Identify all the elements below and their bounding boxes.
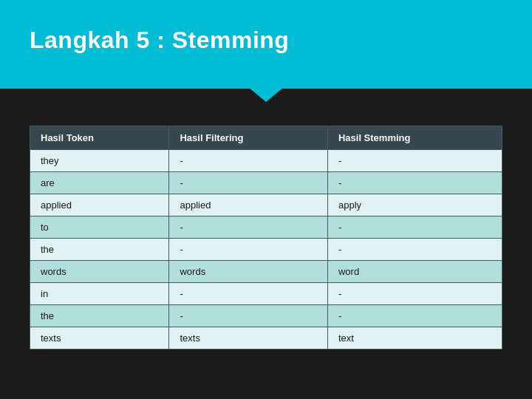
cell-stemming: -: [327, 216, 502, 239]
cell-token: the: [30, 305, 169, 327]
cell-filtering: texts: [169, 327, 327, 349]
table-row: to--: [30, 216, 502, 239]
cell-stemming: -: [327, 172, 502, 194]
cell-filtering: applied: [169, 194, 327, 216]
cell-stemming: text: [327, 327, 502, 349]
cell-stemming: word: [327, 261, 502, 283]
cell-filtering: -: [169, 216, 327, 239]
page-container: Langkah 5 : Stemming Hasil Token Hasil F…: [0, 0, 532, 399]
table-row: wordswordsword: [30, 261, 502, 283]
cell-stemming: -: [327, 150, 502, 172]
cell-filtering: words: [169, 261, 327, 283]
content-area: Hasil Token Hasil Filtering Hasil Stemmi…: [0, 89, 532, 399]
table-row: the--: [30, 239, 502, 261]
col-header-filtering: Hasil Filtering: [169, 126, 327, 150]
cell-token: the: [30, 239, 169, 261]
cell-filtering: -: [169, 283, 327, 305]
page-title: Langkah 5 : Stemming: [30, 27, 289, 54]
cell-token: to: [30, 216, 169, 239]
cell-filtering: -: [169, 150, 327, 172]
table-wrapper: Hasil Token Hasil Filtering Hasil Stemmi…: [30, 126, 502, 349]
cell-filtering: -: [169, 239, 327, 261]
col-header-token: Hasil Token: [30, 126, 169, 150]
table-row: the--: [30, 305, 502, 327]
cell-token: applied: [30, 194, 169, 216]
cell-stemming: -: [327, 283, 502, 305]
cell-token: in: [30, 283, 169, 305]
col-header-stemming: Hasil Stemming: [327, 126, 502, 150]
table-row: are--: [30, 172, 502, 194]
cell-stemming: -: [327, 305, 502, 327]
table-row: textstextstext: [30, 327, 502, 349]
cell-token: they: [30, 150, 169, 172]
cell-filtering: -: [169, 305, 327, 327]
header-section: Langkah 5 : Stemming: [0, 0, 532, 89]
cell-filtering: -: [169, 172, 327, 194]
stemming-table: Hasil Token Hasil Filtering Hasil Stemmi…: [30, 126, 502, 349]
table-header-row: Hasil Token Hasil Filtering Hasil Stemmi…: [30, 126, 502, 150]
cell-token: words: [30, 261, 169, 283]
cell-token: are: [30, 172, 169, 194]
table-row: in--: [30, 283, 502, 305]
cell-token: texts: [30, 327, 169, 349]
table-row: appliedappliedapply: [30, 194, 502, 216]
table-row: they--: [30, 150, 502, 172]
cell-stemming: apply: [327, 194, 502, 216]
cell-stemming: -: [327, 239, 502, 261]
